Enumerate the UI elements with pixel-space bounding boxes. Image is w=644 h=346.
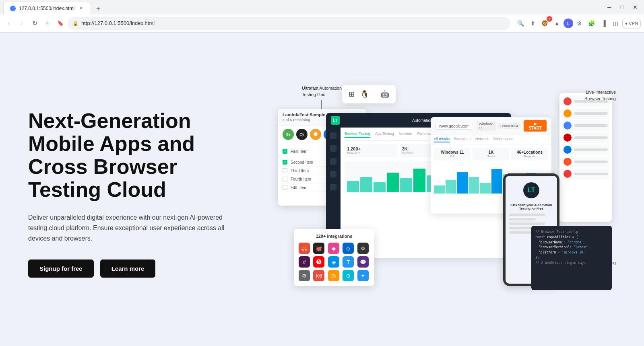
test-label-5: Fifth Item — [291, 185, 308, 190]
integration-appium: ◎ — [328, 270, 339, 281]
firefox-icon — [564, 109, 572, 117]
maximize-button[interactable]: □ — [617, 2, 628, 13]
bt-bar-5 — [480, 183, 491, 194]
bt-bar-2 — [446, 180, 456, 194]
settings-icon-button[interactable]: ⚙ — [574, 18, 585, 29]
bt-subtab-performance[interactable]: Performance — [493, 137, 514, 142]
back-button[interactable]: ‹ — [3, 18, 14, 29]
bt-os-select[interactable]: Windows 11 — [477, 121, 496, 131]
test-label-4: Fourth Item — [291, 177, 311, 181]
integration-gear: ⚙ — [299, 270, 310, 281]
browser-firefox-row — [562, 108, 609, 119]
bt-bar-3 — [457, 172, 468, 194]
vivaldi-bar — [574, 173, 608, 175]
bar-5 — [400, 178, 412, 192]
tab-favicon — [10, 6, 16, 11]
test-check-5 — [283, 185, 287, 190]
extensions-icon-button[interactable]: 🧩 — [586, 18, 597, 29]
integration-chat: 💬 — [357, 256, 369, 268]
profile-icon-button[interactable]: L — [564, 19, 573, 28]
sidebar-item-5[interactable] — [330, 184, 336, 190]
test-label-1: First Item — [291, 149, 308, 154]
forward-button[interactable]: › — [16, 18, 27, 29]
test-label-3: Third Item — [291, 169, 309, 173]
sidebar-item-3[interactable] — [330, 158, 336, 165]
chrome-icon — [564, 97, 572, 105]
wallet-icon-button[interactable]: ◫ — [610, 18, 621, 29]
bt-sub-tabs: All results Exceptions Network Performan… — [431, 135, 551, 144]
live-browser-panel — [559, 93, 612, 222]
brave-rewards-button[interactable]: ▲ — [551, 18, 563, 29]
integration-github: 🐙 — [313, 243, 324, 254]
sidebar-toggle-button[interactable]: ▐ — [598, 18, 609, 29]
bt-metric-1: Windows 11 OS — [434, 148, 471, 161]
mobile-logo: LT — [523, 182, 539, 198]
vpn-button[interactable]: ● VPN — [622, 18, 641, 29]
reload-button[interactable]: ↻ — [29, 18, 40, 29]
hero-section-right: Ultrafast Automation Testing Grid ⊞ 🐧 🤖 … — [278, 33, 616, 346]
browser-toolbar: ‹ › ↻ ⌂ 🔖 🔒 🔍 ⬆ 🦁 1 ▲ L ⚙ 🧩 ▐ ◫ ● VPN — [0, 14, 644, 32]
bt-subtab-network[interactable]: Network — [475, 137, 489, 142]
integration-k6: K6 — [313, 270, 324, 281]
bar-6 — [413, 169, 425, 192]
bt-url-input[interactable]: www.google.com — [436, 123, 473, 130]
home-button[interactable]: ⌂ — [42, 18, 53, 29]
bt-res-select[interactable]: 1280×1024 — [497, 123, 520, 129]
bar-3 — [374, 182, 386, 192]
hero-section-left: Next-Generation Mobile Apps and Cross Br… — [28, 101, 254, 278]
address-bar-container[interactable]: 🔒 — [68, 17, 510, 30]
tab-browser-testing[interactable]: Browser Testing — [345, 132, 370, 138]
integration-jira: ◆ — [328, 243, 339, 254]
windows-icon: ⊞ — [349, 90, 355, 99]
brave-bar — [574, 161, 608, 163]
appium-icon: 🅐 — [310, 129, 321, 140]
dashboard-mockup: Ultrafast Automation Testing Grid ⊞ 🐧 🤖 … — [278, 85, 616, 294]
bar-2 — [360, 177, 372, 192]
bt-selectors: Windows 11 1280×1024 — [477, 121, 521, 131]
nav-automation[interactable]: Automation — [412, 118, 433, 123]
bar-4 — [387, 173, 399, 192]
test-check-2: ✓ — [283, 160, 287, 165]
test-check-1: ✓ — [283, 149, 287, 154]
bt-bar-6 — [491, 169, 502, 194]
sidebar-item-4[interactable] — [330, 171, 336, 177]
bt-subtab-active[interactable]: All results — [434, 137, 450, 142]
metric-browsers: 1,200+ Browsers — [345, 144, 397, 157]
tab-close-button[interactable]: ✕ — [78, 5, 84, 12]
share-icon-button[interactable]: ⬆ — [527, 18, 539, 29]
hero-buttons: Signup for free Learn more — [28, 260, 254, 278]
close-button[interactable]: ✕ — [630, 2, 641, 13]
tab-network[interactable]: Network — [399, 132, 412, 138]
linux-icon: 🐧 — [360, 90, 369, 99]
page-content: Next-Generation Mobile Apps and Cross Br… — [0, 33, 644, 346]
opera-icon — [564, 134, 572, 142]
browser-edge-row — [562, 144, 609, 155]
integration-teams: T — [343, 256, 354, 268]
bt-start-button[interactable]: ▶ START — [524, 120, 547, 132]
integrations-title: 120+ Integrations — [299, 234, 369, 239]
platform-selector[interactable]: ⊞ 🐧 🤖 — [342, 85, 396, 103]
bt-results-grid: Windows 11 OS 1K Tests 46+Locations Regi… — [431, 144, 551, 164]
sidebar-item-1[interactable] — [330, 132, 336, 139]
tab-bar: 127.0.0.1:5500/index.html ✕ + — [3, 0, 104, 14]
browser-opera-row — [562, 132, 609, 143]
sidebar-item-2[interactable] — [330, 145, 336, 152]
mobile-line-1 — [509, 214, 545, 216]
bookmark-button[interactable]: 🔖 — [55, 18, 66, 29]
brave-shields-button[interactable]: 🦁 1 — [539, 18, 551, 29]
browser-brave-row — [562, 157, 609, 167]
minimize-button[interactable]: ─ — [604, 2, 615, 13]
security-icon: 🔒 — [72, 21, 78, 26]
integration-vsts: ◈ — [328, 256, 339, 268]
new-tab-button[interactable]: + — [93, 3, 104, 14]
annotation-live-interactive: Live-Interactive Browser Testing — [584, 89, 616, 102]
address-bar[interactable] — [81, 20, 506, 26]
active-tab[interactable]: 127.0.0.1:5500/index.html ✕ — [3, 2, 91, 14]
learn-more-button[interactable]: Learn more — [100, 260, 156, 278]
bt-panel-header: www.google.com Windows 11 1280×1024 ▶ ST… — [431, 117, 551, 135]
signup-button[interactable]: Signup for free — [28, 260, 94, 278]
tab-app-testing[interactable]: App Testing — [375, 132, 394, 138]
integration-azure2: ✦ — [357, 270, 369, 281]
bt-subtab-exceptions[interactable]: Exceptions — [454, 137, 471, 142]
search-icon-button[interactable]: 🔍 — [515, 18, 526, 29]
